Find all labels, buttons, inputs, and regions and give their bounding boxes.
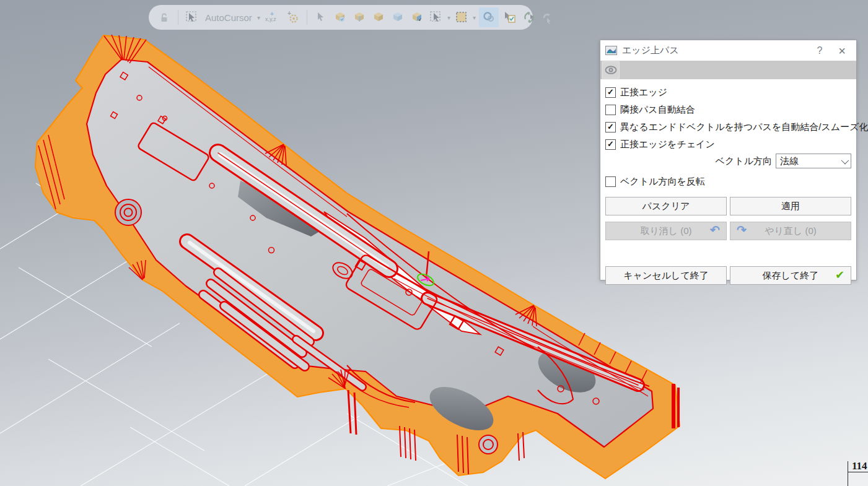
check-icon: ✔ <box>835 268 844 282</box>
checkbox-row: ✓ 異なるエンドドベクトルを持つパスを自動結合/スムーズ化 <box>605 118 851 136</box>
select-arrow-icon[interactable] <box>313 8 329 27</box>
scale-value: 114 <box>852 460 867 472</box>
autocursor-icon[interactable] <box>184 8 200 27</box>
checkbox-join-smooth-end-vectors[interactable]: ✓ <box>605 122 616 132</box>
sync-select-icon[interactable] <box>521 8 537 27</box>
redo-arrow-icon: ↷ <box>737 223 747 237</box>
vector-direction-row: ベクトル方向 法線 <box>605 153 851 169</box>
model-part[interactable] <box>35 35 680 479</box>
unlock-icon[interactable] <box>156 8 172 27</box>
save-exit-button[interactable]: 保存して終了 ✔ <box>730 266 851 285</box>
undo-arrow-icon: ↶ <box>710 223 720 237</box>
checkbox-reverse-vector[interactable] <box>605 176 616 187</box>
eye-icon <box>605 66 617 74</box>
undo-label: 取り消し (0) <box>640 225 691 237</box>
solid-body-icon[interactable] <box>390 8 406 27</box>
gear-plus-icon[interactable]: + <box>285 8 301 27</box>
toolbar-separator <box>178 10 178 25</box>
checkbox-row: ✓ 正接エッジをチェイン <box>605 136 851 153</box>
edge-path-dialog: エッジ上パス ? × ✓ 正接エッジ 隣接パス自動結合 ✓ 異なるエンドドベクト… <box>600 40 857 280</box>
cancel-exit-button[interactable]: キャンセルして終了 <box>605 266 727 285</box>
selection-toolbar: AutoCursor ▾ x,y,z + + <box>149 5 533 30</box>
toolbar-separator <box>307 10 307 25</box>
dialog-title: エッジ上パス <box>622 45 807 56</box>
path-clear-button[interactable]: パスクリア <box>605 197 727 215</box>
svg-text:+: + <box>270 11 274 17</box>
checkbox-auto-join-adjacent[interactable] <box>605 105 616 115</box>
application-window: AutoCursor ▾ x,y,z + + <box>0 0 868 486</box>
checkbox-label: 正接エッジ <box>620 87 667 98</box>
checkbox-label: 正接エッジをチェイン <box>620 139 715 150</box>
checkbox-label: 異なるエンドドベクトルを持つパスを自動結合/スムーズ化 <box>620 121 868 133</box>
select-box-icon[interactable] <box>428 8 444 27</box>
help-button[interactable]: ? <box>812 45 828 56</box>
redo-label: やり直し (0) <box>765 225 817 237</box>
dialog-titlebar: エッジ上パス ? × <box>600 40 856 61</box>
marquee-icon[interactable] <box>454 8 470 27</box>
vector-direction-value: 法線 <box>780 155 799 167</box>
vector-direction-select[interactable]: 法線 <box>776 154 851 168</box>
solid-check-icon[interactable] <box>332 8 348 27</box>
redo-button[interactable]: やり直し (0) ↷ <box>730 222 851 240</box>
scale-annotation: 114 <box>842 459 868 486</box>
apply-button[interactable]: 適用 <box>730 197 851 215</box>
chevron-down-icon[interactable]: ▾ <box>257 14 260 21</box>
vector-direction-label: ベクトル方向 <box>716 155 772 167</box>
validate-select-icon[interactable] <box>502 8 518 27</box>
checkbox-row: ベクトル方向を反転 <box>605 173 851 190</box>
undo-select-icon[interactable] <box>540 8 556 27</box>
visibility-button[interactable] <box>602 61 620 79</box>
chevron-down-icon[interactable]: ▾ <box>447 14 450 21</box>
checkbox-label: 隣接パス自動結合 <box>620 104 695 116</box>
button-spacer <box>605 246 851 260</box>
checkbox-label: ベクトル方向を反転 <box>620 176 705 188</box>
chain-select-icon[interactable] <box>479 7 499 27</box>
autocursor-label[interactable]: AutoCursor <box>203 12 254 23</box>
chevron-down-icon <box>841 156 849 164</box>
solid-back-icon[interactable] <box>409 8 425 27</box>
scale-tick-vertical <box>848 461 848 486</box>
surface-icon <box>605 46 617 55</box>
svg-text:+: + <box>287 11 291 17</box>
chevron-down-icon[interactable]: ▾ <box>473 14 476 21</box>
checkbox-chain-tangent-edges[interactable]: ✓ <box>605 139 616 150</box>
undo-button[interactable]: 取り消し (0) ↶ <box>605 222 727 240</box>
solid-face-icon[interactable] <box>370 8 387 27</box>
checkbox-row: 隣接パス自動結合 <box>605 101 851 118</box>
xyz-plus-icon[interactable]: x,y,z + <box>263 8 282 27</box>
dialog-body: ✓ 正接エッジ 隣接パス自動結合 ✓ 異なるエンドドベクトルを持つパスを自動結合… <box>600 79 856 285</box>
solid-edge-icon[interactable] <box>351 8 367 27</box>
close-icon[interactable]: × <box>833 45 851 57</box>
checkbox-tangent-edges[interactable]: ✓ <box>605 87 616 98</box>
dialog-toolbar <box>600 61 856 79</box>
save-exit-label: 保存して終了 <box>763 270 819 282</box>
checkbox-row: ✓ 正接エッジ <box>605 84 851 101</box>
